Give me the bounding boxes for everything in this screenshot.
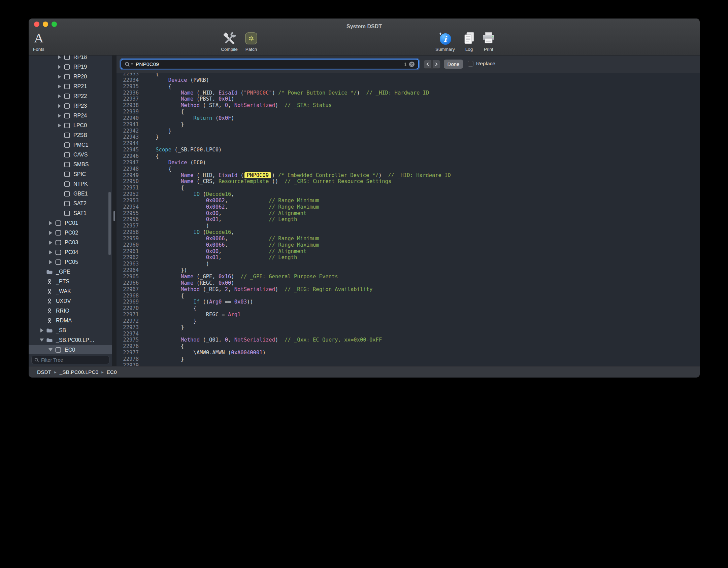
sidebar-item-RP18[interactable]: RP18: [29, 56, 112, 62]
done-button[interactable]: Done: [444, 60, 463, 69]
sidebar-item-SAT1[interactable]: SAT1: [29, 208, 112, 218]
device-icon: [64, 181, 70, 187]
code-text: }: [143, 318, 197, 324]
sidebar-item-_GPE[interactable]: _GPE: [29, 267, 112, 277]
breadcrumb-item[interactable]: DSDT: [37, 369, 51, 375]
disclosure-closed-icon[interactable]: [55, 104, 64, 108]
sidebar-item-PC02[interactable]: PC02: [29, 228, 112, 238]
sidebar-item-LPC0[interactable]: LPC0: [29, 120, 112, 130]
line-number: 22979: [118, 362, 139, 366]
disclosure-closed-icon[interactable]: [46, 260, 55, 264]
search-field[interactable]: 1: [121, 59, 419, 69]
sidebar-item-PC03[interactable]: PC03: [29, 238, 112, 247]
sidebar-item-SPIC[interactable]: SPIC: [29, 169, 112, 179]
filter-tree-input[interactable]: [41, 357, 106, 363]
sidebar-item-RRIO[interactable]: RRIO: [29, 306, 112, 316]
replace-label[interactable]: Replace: [476, 61, 495, 67]
line-number: 22967: [118, 286, 139, 293]
sidebar-item-SMBS[interactable]: SMBS: [29, 159, 112, 169]
line-number: 22943: [118, 134, 139, 140]
search-icon[interactable]: [125, 61, 134, 67]
sidebar-item-RP20[interactable]: RP20: [29, 72, 112, 81]
sidebar-item-label: _SB.PC00.LP…: [56, 337, 95, 343]
disclosure-closed-icon[interactable]: [46, 221, 55, 225]
sidebar-item-_SB-PC00-LP-[interactable]: _SB.PC00.LP…: [29, 335, 112, 345]
device-icon: [64, 191, 70, 197]
minimize-window-button[interactable]: [43, 22, 48, 27]
sidebar-item-CAVS[interactable]: CAVS: [29, 150, 112, 159]
disclosure-closed-icon[interactable]: [46, 241, 55, 245]
patch-button[interactable]: Patch: [238, 31, 265, 52]
code-line: 22979: [118, 362, 700, 366]
code-line: 22951 {: [118, 185, 700, 191]
zoom-window-button[interactable]: [52, 22, 57, 27]
sidebar-item-P2SB[interactable]: P2SB: [29, 130, 112, 140]
code-line: 22949 Name (_HID, EisaId (PNP0C09) /* Em…: [118, 172, 700, 179]
sidebar-item-SAT2[interactable]: SAT2: [29, 199, 112, 208]
print-button[interactable]: Print: [475, 31, 502, 52]
sidebar-item-NTPK[interactable]: NTPK: [29, 179, 112, 189]
code-line: 22954 0x0062, // Range Maximum: [118, 204, 700, 210]
replace-checkbox[interactable]: [468, 61, 473, 67]
sidebar-item-_PTS[interactable]: _PTS: [29, 277, 112, 286]
previous-match-button[interactable]: [424, 60, 432, 69]
code-text: {: [143, 305, 197, 311]
sidebar-scrollbar[interactable]: [108, 192, 111, 255]
code-text: {: [143, 166, 171, 172]
sidebar-item-label: SPIC: [73, 171, 86, 177]
line-number: 22977: [118, 350, 139, 356]
sidebar-item-RP21[interactable]: RP21: [29, 81, 112, 91]
disclosure-closed-icon[interactable]: [55, 123, 64, 128]
line-number: 22960: [118, 242, 139, 248]
sidebar-item-RP23[interactable]: RP23: [29, 101, 112, 111]
sidebar-item-label: UXDV: [56, 298, 71, 304]
close-window-button[interactable]: [34, 22, 39, 27]
line-number: 22938: [118, 102, 139, 109]
sidebar-item-RDMA[interactable]: RDMA: [29, 316, 112, 325]
disclosure-closed-icon[interactable]: [55, 65, 64, 69]
sidebar-item-GBE1[interactable]: GBE1: [29, 189, 112, 199]
code-text: Method (_Q01, 0, NotSerialized) // _Qxx:…: [143, 337, 382, 343]
sidebar-item-_WAK[interactable]: _WAK: [29, 286, 112, 296]
sidebar-item-PC05[interactable]: PC05: [29, 257, 112, 267]
code-area[interactable]: 22933 {22934 Device (PWRB)22935 {22936 N…: [117, 73, 700, 366]
disclosure-closed-icon[interactable]: [55, 114, 64, 118]
clear-search-icon[interactable]: [409, 61, 415, 67]
breadcrumb-item[interactable]: _SB.PC00.LPC0: [60, 369, 98, 375]
disclosure-closed-icon[interactable]: [37, 328, 46, 332]
sidebar-item-PC04[interactable]: PC04: [29, 247, 112, 257]
search-input[interactable]: [136, 61, 402, 67]
sidebar-item-PMC1[interactable]: PMC1: [29, 140, 112, 150]
sidebar-item-RP19[interactable]: RP19: [29, 62, 112, 72]
disclosure-open-icon[interactable]: [46, 348, 55, 351]
sidebar-item-EC0[interactable]: EC0: [29, 345, 112, 354]
sidebar-item-UXDV[interactable]: UXDV: [29, 296, 112, 306]
breadcrumb-item[interactable]: EC0: [107, 369, 117, 375]
method-icon: [46, 308, 53, 314]
next-match-button[interactable]: [432, 60, 440, 69]
device-icon: [55, 249, 62, 255]
divider-handle[interactable]: [113, 211, 115, 221]
disclosure-closed-icon[interactable]: [46, 250, 55, 254]
sidebar-item-_SB[interactable]: _SB: [29, 325, 112, 335]
method-icon: [46, 298, 53, 304]
filter-tree-field[interactable]: [31, 356, 109, 364]
line-number: 22954: [118, 204, 139, 210]
disclosure-closed-icon[interactable]: [55, 75, 64, 79]
disclosure-closed-icon[interactable]: [55, 56, 64, 59]
disclosure-closed-icon[interactable]: [46, 231, 55, 235]
code-line: 22969 If ((Arg0 == 0x03)): [118, 299, 700, 305]
fonts-button[interactable]: A Fonts: [29, 31, 49, 52]
method-icon: [46, 288, 53, 294]
pane-divider[interactable]: [112, 56, 117, 366]
code-text: REGC = Arg1: [143, 312, 240, 318]
sidebar-item-RP24[interactable]: RP24: [29, 111, 112, 120]
summary-button[interactable]: i Summary: [432, 31, 459, 52]
disclosure-open-icon[interactable]: [37, 339, 46, 342]
disclosure-closed-icon[interactable]: [55, 94, 64, 98]
sidebar-item-RP22[interactable]: RP22: [29, 91, 112, 101]
disclosure-closed-icon[interactable]: [55, 84, 64, 88]
sidebar-item-PC01[interactable]: PC01: [29, 218, 112, 228]
code-text: IO (Decode16,: [143, 191, 234, 197]
line-number: 22971: [118, 312, 139, 318]
